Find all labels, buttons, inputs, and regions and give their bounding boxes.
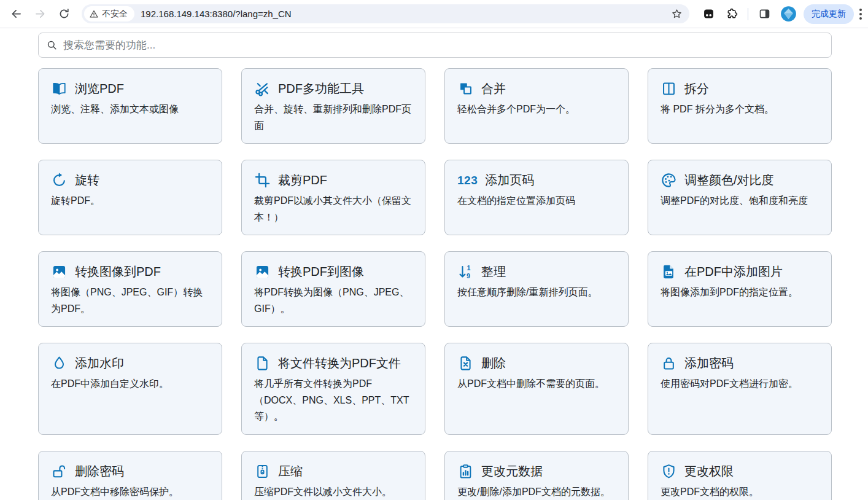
tool-card-description: 更改/删除/添加PDF文档的元数据。: [457, 484, 616, 500]
tool-card-split[interactable]: 拆分 将 PDF 拆分为多个文档。: [648, 68, 832, 144]
merge-squares-icon: [457, 80, 474, 97]
tool-card-title: PDF多功能工具: [278, 80, 364, 97]
feature-search-box[interactable]: [38, 33, 832, 58]
tool-card-title: 旋转: [75, 172, 99, 189]
dark-reader-extension-button[interactable]: [699, 5, 718, 23]
numbers-123-icon: 123: [457, 172, 478, 189]
reload-icon: [58, 7, 71, 20]
warning-triangle-icon: [89, 9, 99, 19]
tool-card-add-watermark[interactable]: 添加水印 在PDF中添加自定义水印。: [38, 343, 222, 435]
tool-card-file-to-pdf[interactable]: 将文件转换为PDF文件 将几乎所有文件转换为PDF（DOCX、PNG、XLS、P…: [241, 343, 425, 435]
tool-card-title: 添加水印: [75, 355, 124, 372]
address-bar[interactable]: 不安全 192.168.149.143:8380/?lang=zh_CN: [82, 4, 689, 23]
toolbar-divider: [748, 8, 748, 20]
clipboard-data-icon: [457, 463, 474, 480]
tool-card-title: 合并: [481, 80, 506, 97]
tool-card-organize[interactable]: 19 整理 按任意顺序删除/重新排列页面。: [444, 251, 629, 327]
tool-card-remove-pages[interactable]: 删除 从PDF文档中删除不需要的页面。: [444, 343, 629, 435]
split-icon: [661, 80, 677, 97]
bookmark-button[interactable]: [668, 6, 684, 22]
svg-text:1: 1: [467, 265, 471, 272]
search-input[interactable]: [63, 39, 824, 52]
tool-card-description: 轻松合并多个PDF为一个。: [457, 101, 616, 118]
tool-card-title: 调整颜色/对比度: [684, 172, 774, 189]
url-text[interactable]: 192.168.149.143:8380/?lang=zh_CN: [141, 9, 668, 19]
tool-card-description: 合并、旋转、重新排列和删除PDF页面: [254, 101, 413, 134]
search-icon: [46, 39, 58, 51]
tool-card-description: 调整PDF的对比度、饱和度和亮度: [661, 193, 819, 209]
tool-card-description: 浏览、注释、添加文本或图像: [51, 101, 209, 118]
tool-card-title: 在PDF中添加图片: [684, 264, 783, 280]
sort-numeric-icon: 19: [457, 264, 474, 280]
back-icon: [10, 7, 23, 20]
file-x-icon: [457, 355, 474, 372]
tool-card-description: 裁剪PDF以减小其文件大小（保留文本！）: [254, 193, 413, 225]
rotate-icon: [51, 172, 68, 189]
image-icon: [51, 264, 68, 280]
tool-card-description: 从PDF文档中移除密码保护。: [51, 484, 209, 500]
crop-icon: [254, 172, 271, 189]
avatar-icon: [780, 6, 797, 22]
extensions-button[interactable]: [723, 5, 741, 23]
dark-reader-icon: [702, 7, 715, 20]
tool-card-description: 在文档的指定位置添加页码: [457, 193, 616, 209]
tool-card-title: 更改权限: [684, 463, 734, 480]
tool-card-title: 转换PDF到图像: [278, 264, 364, 280]
back-button[interactable]: [6, 4, 26, 24]
tool-card-remove-password[interactable]: 删除密码 从PDF文档中移除密码保护。: [38, 451, 222, 500]
tool-card-description: 压缩PDF文件以减小文件大小。: [254, 484, 413, 500]
forward-icon: [34, 7, 47, 20]
tool-card-add-password[interactable]: 添加密码 使用密码对PDF文档进行加密。: [648, 343, 832, 435]
tool-card-view-pdf[interactable]: 浏览PDF 浏览、注释、添加文本或图像: [38, 68, 222, 144]
side-panel-icon: [758, 7, 771, 20]
tool-card-grid: 浏览PDF 浏览、注释、添加文本或图像 PDF多功能工具 合并、旋转、重新排列和…: [38, 68, 832, 500]
zip-icon: [254, 463, 271, 480]
tool-card-title: 压缩: [278, 463, 303, 480]
browser-menu-button[interactable]: [857, 9, 864, 20]
palette-icon: [661, 172, 677, 189]
tool-card-title: 添加密码: [684, 355, 734, 372]
tool-card-change-permissions[interactable]: 更改权限 更改PDF文档的权限。: [648, 451, 832, 500]
tool-card-description: 使用密码对PDF文档进行加密。: [661, 376, 819, 393]
tool-card-description: 将几乎所有文件转换为PDF（DOCX、PNG、XLS、PPT、TXT等）。: [254, 376, 413, 425]
tool-card-compress[interactable]: 压缩 压缩PDF文件以减小文件大小。: [241, 451, 425, 500]
droplet-icon: [51, 355, 68, 372]
tool-card-change-metadata[interactable]: 更改元数据 更改/删除/添加PDF文档的元数据。: [444, 451, 629, 500]
security-chip[interactable]: 不安全: [84, 6, 134, 21]
tool-card-rotate[interactable]: 旋转 旋转PDF。: [38, 160, 222, 235]
tool-card-adjust-colors[interactable]: 调整颜色/对比度 调整PDF的对比度、饱和度和亮度: [648, 160, 832, 235]
tool-card-description: 在PDF中添加自定义水印。: [51, 376, 209, 393]
finish-update-button[interactable]: 完成更新: [804, 4, 854, 24]
tool-card-add-image[interactable]: 在PDF中添加图片 将图像添加到PDF的指定位置。: [648, 251, 832, 327]
tool-card-add-page-numbers[interactable]: 123 添加页码 在文档的指定位置添加页码: [444, 160, 629, 235]
tool-card-title: 转换图像到PDF: [75, 264, 161, 280]
unlock-icon: [51, 463, 68, 480]
tool-card-title: 拆分: [684, 80, 709, 97]
tool-card-description: 更改PDF文档的权限。: [661, 484, 819, 500]
tool-card-description: 将 PDF 拆分为多个文档。: [661, 101, 819, 118]
security-label: 不安全: [102, 9, 128, 20]
reload-button[interactable]: [54, 4, 74, 24]
tool-card-merge[interactable]: 合并 轻松合并多个PDF为一个。: [444, 68, 629, 144]
puzzle-icon: [726, 7, 738, 20]
tool-card-title: 删除: [481, 355, 506, 372]
forward-button[interactable]: [30, 4, 50, 24]
shield-exclamation-icon: [661, 463, 677, 480]
lock-icon: [661, 355, 677, 372]
tool-card-image-to-pdf[interactable]: 转换图像到PDF 将图像（PNG、JPEG、GIF）转换为PDF。: [38, 251, 222, 327]
file-image-icon: [661, 264, 677, 280]
tools-icon: [254, 80, 271, 97]
side-panel-button[interactable]: [755, 5, 773, 23]
tool-card-description: 按任意顺序删除/重新排列页面。: [457, 284, 616, 301]
tool-card-multi-tool[interactable]: PDF多功能工具 合并、旋转、重新排列和删除PDF页面: [241, 68, 425, 144]
tool-card-title: 将文件转换为PDF文件: [278, 355, 401, 372]
tool-card-crop[interactable]: 裁剪PDF 裁剪PDF以减小其文件大小（保留文本！）: [241, 160, 425, 235]
star-icon: [671, 8, 683, 20]
tool-card-pdf-to-image[interactable]: 转换PDF到图像 将PDF转换为图像（PNG、JPEG、GIF）。: [241, 251, 425, 327]
tool-card-title: 添加页码: [485, 172, 534, 189]
tool-card-title: 裁剪PDF: [278, 172, 327, 189]
tool-card-title: 浏览PDF: [75, 80, 124, 97]
tool-card-description: 将图像添加到PDF的指定位置。: [661, 284, 819, 301]
page-content: 浏览PDF 浏览、注释、添加文本或图像 PDF多功能工具 合并、旋转、重新排列和…: [38, 33, 832, 500]
profile-avatar[interactable]: [780, 6, 797, 22]
